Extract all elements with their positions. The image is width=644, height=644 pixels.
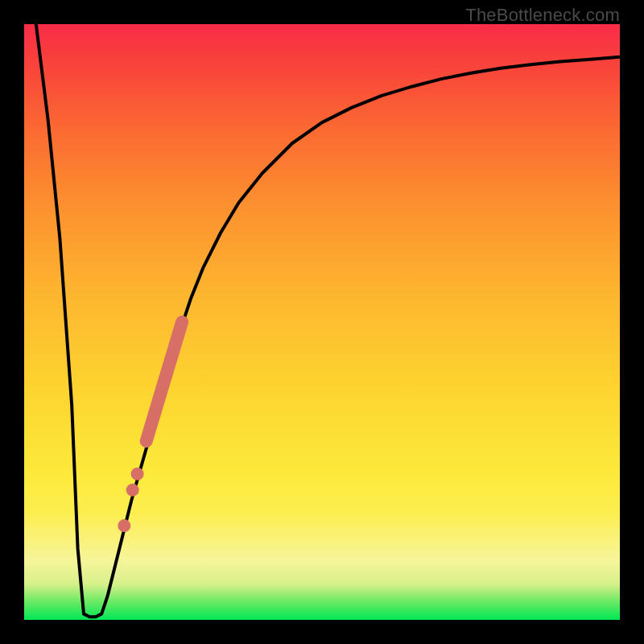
highlight-point-1 — [126, 484, 139, 497]
highlight-markers — [118, 322, 182, 532]
highlight-point-0 — [131, 468, 144, 481]
watermark-label: TheBottleneck.com — [465, 5, 620, 26]
chart-frame: TheBottleneck.com — [0, 0, 644, 644]
highlight-point-2 — [118, 519, 130, 532]
chart-svg — [0, 0, 644, 644]
highlight-segment — [147, 322, 182, 441]
